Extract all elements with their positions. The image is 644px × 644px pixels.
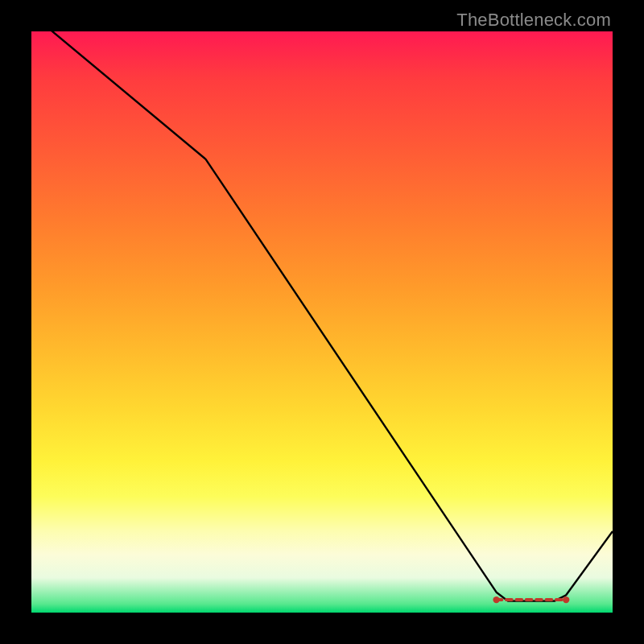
marker-end-dot bbox=[563, 597, 569, 603]
plot-area bbox=[31, 31, 613, 613]
data-curve bbox=[31, 31, 613, 601]
chart-frame: TheBottleneck.com bbox=[0, 0, 644, 644]
watermark-text: TheBottleneck.com bbox=[456, 10, 611, 31]
curve-layer bbox=[31, 31, 613, 601]
chart-svg bbox=[31, 31, 613, 613]
